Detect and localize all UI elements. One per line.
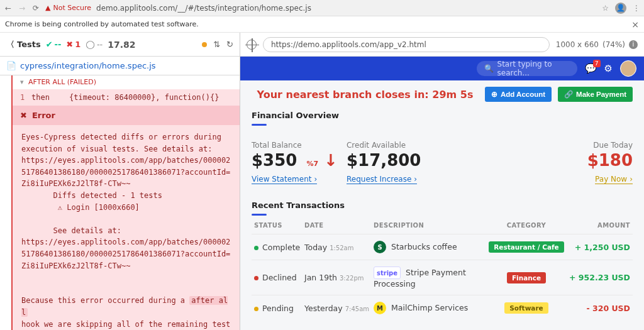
col-amount: AMOUNT xyxy=(567,222,630,229)
top-actions: Your nearest branch closes in: 29m 5s ⊕ … xyxy=(252,87,633,102)
app-topbar: 🔍 Start typing to search... 💬 7 ⚙ xyxy=(240,57,644,80)
transactions-section: Recent Transactions STATUS DATE DESCRIPT… xyxy=(252,201,633,321)
pay-now-link[interactable]: Pay Now › xyxy=(595,175,633,184)
star-icon[interactable]: ☆ xyxy=(602,4,609,13)
status-cell: Declined xyxy=(254,273,304,282)
hook-label: AFTER ALL xyxy=(28,78,65,86)
status-cell: Pending xyxy=(254,304,304,313)
messages-icon[interactable]: 💬 7 xyxy=(585,63,597,74)
avatar[interactable] xyxy=(620,60,636,77)
triangle-down-icon: ▾ xyxy=(20,78,24,86)
hook-status: (FAILED) xyxy=(67,78,96,86)
tests-label: Tests xyxy=(17,40,41,49)
profile-icon[interactable]: 👤 xyxy=(615,3,626,14)
add-account-button[interactable]: ⊕ Add Account xyxy=(485,87,552,102)
view-statement-link[interactable]: View Statement › xyxy=(252,175,317,184)
search-placeholder: Start typing to search... xyxy=(497,60,570,77)
amount-cell: - 320 USD xyxy=(567,304,630,313)
arrow-down-icon: ↓ xyxy=(324,151,338,170)
status-dot-icon xyxy=(202,42,207,47)
warning-icon: ▲ xyxy=(45,4,50,12)
address-bar[interactable]: demo.applitools.com/__/#/tests/integrati… xyxy=(96,4,311,13)
col-status: STATUS xyxy=(254,222,304,229)
error-icon: ✖ xyxy=(20,111,27,120)
chevron-right-icon: › xyxy=(314,175,317,184)
viewport-size: 1000 x 660 xyxy=(556,40,599,49)
chevron-right-icon: › xyxy=(630,175,633,184)
tests-back-button[interactable]: 〈 Tests xyxy=(6,39,41,50)
check-icon: ✔ xyxy=(46,40,53,49)
selector-playground-icon[interactable] xyxy=(247,40,257,50)
command-args: {timeout: 86400000}, function(){} xyxy=(69,93,219,102)
back-icon[interactable]: ← xyxy=(4,4,13,13)
summary-cards: Total Balance $350 %7 ↓ View Statement ›… xyxy=(252,141,633,184)
preview-panel: https://demo.applitools.com/app_v2.html … xyxy=(240,33,644,330)
command-row[interactable]: 1 then {timeout: 86400000}, function(){} xyxy=(13,89,240,106)
merchant-logo-icon: M xyxy=(374,302,386,314)
status-dot-icon xyxy=(254,246,258,250)
date-cell: Yesterday7:45am xyxy=(304,304,374,313)
table-row[interactable]: CompleteToday1:52amSStarbucks coffeeRest… xyxy=(252,234,633,260)
expand-icon[interactable]: ⇅ xyxy=(213,40,220,49)
spec-file-bar[interactable]: 📄 cypress/integration/home.spec.js xyxy=(0,57,240,75)
desc-cell: stripeStripe Payment Processing xyxy=(374,267,486,289)
date-cell: Today1:52am xyxy=(304,243,374,252)
app-url-box[interactable]: https://demo.applitools.com/app_v2.html xyxy=(263,37,550,52)
card-label: Total Balance xyxy=(252,141,338,150)
desc-cell: SStarbucks coffee xyxy=(374,241,486,253)
desc-cell: MMailChimp Services xyxy=(374,302,486,314)
insecure-badge: ▲ Not Secure xyxy=(45,4,91,12)
browser-toolbar: ← → ⟳ ▲ Not Secure demo.applitools.com/_… xyxy=(0,0,644,16)
table-row[interactable]: PendingYesterday7:45amMMailChimp Service… xyxy=(252,295,633,321)
card-due-today: Due Today $180 Pay Now › xyxy=(587,141,633,184)
rerun-icon[interactable]: ↻ xyxy=(226,40,233,49)
spec-path: cypress/integration/home.spec.js xyxy=(20,61,156,70)
info-icon[interactable]: i xyxy=(629,40,638,49)
make-payment-button[interactable]: 🔗 Make Payment xyxy=(558,87,633,102)
kebab-menu-icon[interactable]: ⋮ xyxy=(633,4,640,13)
viewport-meta: 1000 x 660 (74%) i xyxy=(556,40,638,49)
card-value: $180 xyxy=(587,151,633,170)
app-under-test: 🔍 Start typing to search... 💬 7 ⚙ Your n… xyxy=(240,57,644,330)
category-tag: Restaurant / Cafe xyxy=(489,241,564,253)
x-icon: ✖ xyxy=(66,40,73,49)
error-title: Error xyxy=(32,111,55,120)
category-tag: Software xyxy=(504,302,548,314)
reload-icon[interactable]: ⟳ xyxy=(31,4,40,13)
branch-notice: Your nearest branch closes in: 29m 5s xyxy=(252,89,479,101)
table-row[interactable]: DeclinedJan 19th3:22pmstripeStripe Payme… xyxy=(252,260,633,295)
category-cell: Restaurant / Cafe xyxy=(486,241,567,253)
cypress-header: 〈 Tests ✔ -- ✖ 1 ◯ -- 17.82 ⇅ ↻ xyxy=(0,33,240,57)
infobar-text: Chrome is being controlled by automated … xyxy=(5,20,199,28)
request-increase-link[interactable]: Request Increase › xyxy=(347,175,417,184)
close-icon[interactable]: × xyxy=(631,19,639,30)
amount-cell: + 952.23 USD xyxy=(567,273,630,282)
col-date: DATE xyxy=(304,222,374,229)
cypress-panel: 〈 Tests ✔ -- ✖ 1 ◯ -- 17.82 ⇅ ↻ 📄 xyxy=(0,33,240,330)
insecure-label: Not Secure xyxy=(53,4,91,12)
command-index: 1 xyxy=(20,93,31,102)
search-input[interactable]: 🔍 Start typing to search... xyxy=(477,61,577,76)
circle-icon: ◯ xyxy=(86,40,95,49)
app-url: https://demo.applitools.com/app_v2.html xyxy=(271,40,426,49)
hook-header[interactable]: ▾ AFTER ALL (FAILED) xyxy=(13,75,240,89)
settings-icon[interactable]: ⚙ xyxy=(604,63,613,74)
duration: 17.82 xyxy=(108,40,135,50)
merchant-logo-icon: stripe xyxy=(374,267,401,279)
date-cell: Jan 19th3:22pm xyxy=(304,273,374,282)
card-credit-available: Credit Available $17,800 Request Increas… xyxy=(347,141,579,184)
viewer-header: https://demo.applitools.com/app_v2.html … xyxy=(240,33,644,57)
transactions-title: Recent Transactions xyxy=(252,201,633,210)
title-underline xyxy=(252,124,267,126)
pass-count: ✔ -- xyxy=(46,40,62,49)
forward-icon[interactable]: → xyxy=(18,4,26,13)
status-dot-icon xyxy=(254,276,258,280)
fail-count: ✖ 1 xyxy=(66,40,80,49)
category-cell: Software xyxy=(486,302,567,314)
overview-title: Financial Overview xyxy=(252,111,633,120)
chevron-left-icon: 〈 xyxy=(6,39,14,50)
error-header: ✖ Error xyxy=(13,106,240,125)
viewport-zoom: (74%) xyxy=(602,40,625,49)
status-dot-icon xyxy=(254,307,258,311)
file-icon: 📄 xyxy=(6,61,16,70)
